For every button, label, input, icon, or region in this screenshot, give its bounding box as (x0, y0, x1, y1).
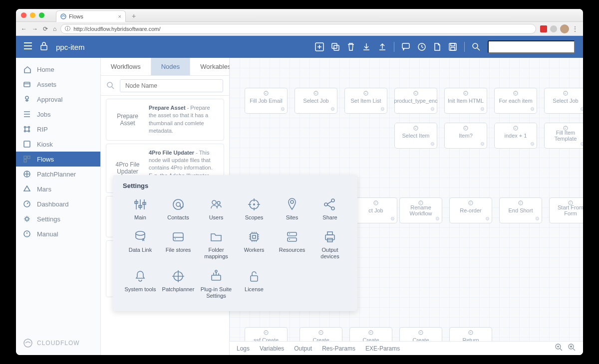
sidebar-item-dashboard[interactable]: Dashboard (16, 196, 100, 211)
sidebar-item-jobs[interactable]: Jobs (16, 107, 100, 122)
gear-icon[interactable]: ⚙ (580, 141, 583, 147)
sidebar-item-assets[interactable]: Assets (16, 77, 100, 92)
flow-node[interactable]: Select Job⚙ (544, 88, 583, 114)
forward-button[interactable]: → (32, 25, 38, 32)
zoom-fit-button[interactable] (568, 344, 576, 353)
settings-scopes[interactable]: Scopes (237, 194, 272, 224)
flow-node[interactable]: Select Job⚙ (295, 88, 337, 114)
search-icon[interactable] (472, 42, 481, 51)
settings-popup: Settings MainContactsUsersScopesSitesSha… (113, 175, 357, 311)
gear-icon[interactable]: ⚙ (530, 106, 535, 112)
sidebar-item-approval[interactable]: Approval (16, 92, 100, 107)
gear-icon[interactable]: ⚙ (380, 106, 385, 112)
settings-share[interactable]: Share (312, 194, 347, 224)
browser-tab[interactable]: Flows × (56, 10, 126, 22)
history-button[interactable] (417, 42, 426, 51)
at-icon (171, 197, 185, 211)
flow-node[interactable]: product_type_enc⚙ (394, 88, 437, 114)
tab-nodes[interactable]: Nodes (151, 58, 191, 75)
back-button[interactable]: ← (21, 25, 27, 32)
extension-icon[interactable] (540, 25, 547, 32)
save-button[interactable] (448, 42, 457, 51)
profile-avatar[interactable] (560, 24, 569, 33)
bottom-tab-output[interactable]: Output (294, 345, 312, 352)
flow-node[interactable]: Fill Job Email⚙ (245, 88, 288, 114)
flow-node[interactable]: ct Job⚙ (354, 197, 397, 223)
settings-data-link[interactable]: Data Link (123, 227, 158, 263)
bottom-tab-res-params[interactable]: Res-Params (322, 345, 355, 352)
flow-node[interactable]: Fill Item Template⚙ (544, 123, 583, 149)
sidebar-item-flows[interactable]: Flows (16, 152, 100, 167)
settings-output-devices[interactable]: Output devices (312, 227, 347, 263)
extension-icon[interactable] (550, 25, 557, 32)
settings-users[interactable]: Users (199, 194, 234, 224)
flow-node[interactable]: Select Item⚙ (394, 123, 437, 149)
comment-button[interactable] (401, 42, 410, 51)
settings-main[interactable]: Main (123, 194, 158, 224)
copy-button[interactable] (331, 42, 340, 51)
bottom-tab-variables[interactable]: Variables (260, 345, 284, 352)
flow-node[interactable]: Item?⚙ (444, 123, 487, 149)
node-list-item[interactable]: Prepare AssetPrepare Asset - Prepare the… (106, 99, 224, 141)
gear-icon[interactable]: ⚙ (480, 106, 485, 112)
sidebar-item-home[interactable]: Home (16, 62, 100, 77)
close-window[interactable] (21, 12, 26, 18)
gear-icon[interactable]: ⚙ (281, 106, 285, 112)
settings-resources[interactable]: Resources (275, 227, 309, 263)
gear-icon[interactable]: ⚙ (580, 106, 583, 112)
flow-node[interactable]: Set Item List⚙ (344, 88, 387, 114)
settings-sites[interactable]: Sites (275, 194, 309, 224)
settings-patchplanner[interactable]: Patchplanner (161, 266, 196, 302)
bottom-tab-logs[interactable]: Logs (237, 345, 250, 352)
zoom-in-button[interactable] (555, 344, 563, 353)
flow-node[interactable]: Start From Form⚙ (549, 197, 583, 223)
home-button[interactable]: ⌂ (53, 25, 56, 32)
delete-button[interactable] (347, 42, 355, 51)
gear-icon[interactable]: ⚙ (390, 216, 395, 221)
close-tab[interactable]: × (118, 13, 121, 19)
tab-workflows[interactable]: Workflows (101, 58, 151, 75)
gear-icon[interactable]: ⚙ (330, 106, 335, 112)
settings-contacts[interactable]: Contacts (161, 194, 196, 224)
gear-icon[interactable]: ⚙ (530, 141, 535, 147)
address-bar[interactable]: ⓘ http://cloudflow.hybridsoftware.com/ (60, 24, 536, 34)
gear-icon[interactable]: ⚙ (435, 216, 440, 221)
node-search-input[interactable] (120, 79, 223, 92)
gear-icon[interactable]: ⚙ (535, 216, 540, 221)
flow-node[interactable]: Rename Workflow⚙ (399, 197, 442, 223)
menu-toggle[interactable] (24, 42, 32, 51)
document-button[interactable] (433, 42, 441, 51)
search-input[interactable] (488, 40, 575, 53)
flow-node[interactable]: End Short⚙ (499, 197, 542, 223)
add-button[interactable] (315, 42, 324, 51)
sidebar-item-rip[interactable]: RIP (16, 122, 100, 137)
settings-file-stores[interactable]: File stores (161, 227, 196, 263)
lock-icon[interactable] (40, 41, 48, 52)
download-button[interactable] (362, 42, 371, 51)
settings-plug-in-suite-settings[interactable]: Plug-in Suite Settings (199, 266, 234, 302)
browser-menu[interactable]: ⋮ (572, 25, 578, 32)
reload-button[interactable]: ⟳ (43, 25, 48, 32)
flow-node[interactable]: index + 1⚙ (494, 123, 537, 149)
gear-icon[interactable]: ⚙ (485, 216, 490, 221)
maximize-window[interactable] (39, 12, 44, 18)
settings-folder-mappings[interactable]: Folder mappings (199, 227, 234, 263)
sidebar-item-patchplanner[interactable]: PatchPlanner (16, 167, 100, 182)
flow-node[interactable]: Re-order⚙ (449, 197, 492, 223)
minimize-window[interactable] (30, 12, 35, 18)
gear-icon[interactable]: ⚙ (430, 141, 435, 147)
flow-node[interactable]: For each item⚙ (494, 88, 537, 114)
upload-button[interactable] (378, 42, 387, 51)
new-tab-button[interactable]: + (130, 12, 138, 20)
gear-icon[interactable]: ⚙ (480, 141, 485, 147)
gear-icon[interactable]: ⚙ (430, 106, 435, 112)
sidebar-item-settings[interactable]: Settings (16, 211, 100, 226)
bottom-tab-exe-params[interactable]: EXE-Params (365, 345, 400, 352)
settings-system-tools[interactable]: System tools (123, 266, 158, 302)
flow-node[interactable]: Init Item HTML⚙ (444, 88, 487, 114)
settings-workers[interactable]: Workers (237, 227, 272, 263)
sidebar-item-mars[interactable]: Mars (16, 182, 100, 196)
sidebar-item-manual[interactable]: Manual (16, 226, 100, 241)
sidebar-item-kiosk[interactable]: Kiosk (16, 137, 100, 152)
settings-license[interactable]: License (237, 266, 272, 302)
